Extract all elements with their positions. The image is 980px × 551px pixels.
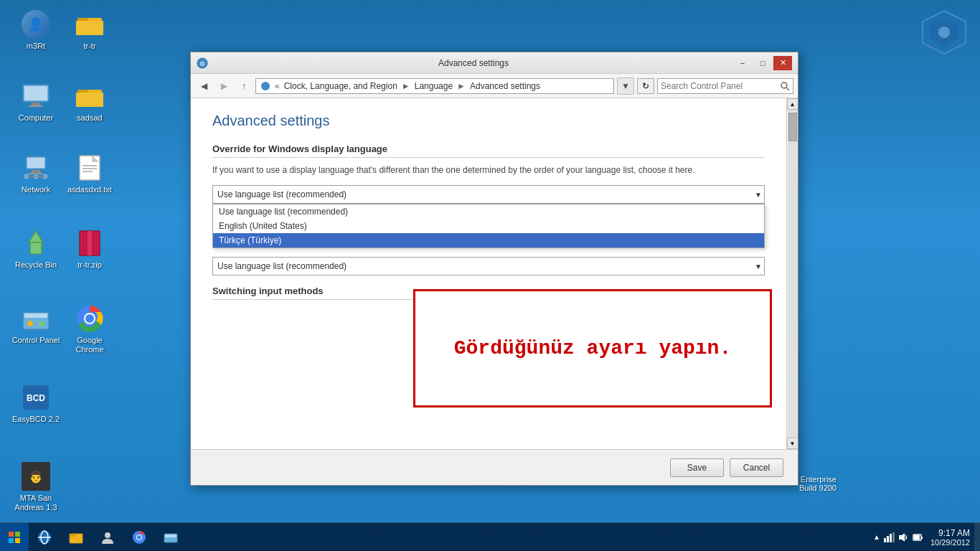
display-language-desc: If you want to use a display language th… bbox=[212, 164, 765, 176]
taskbar-tray: ▲ bbox=[870, 532, 926, 543]
svg-rect-64 bbox=[892, 532, 895, 542]
maximize-button[interactable]: □ bbox=[753, 56, 772, 70]
search-icon bbox=[780, 81, 790, 91]
icon-label-tr-tr: tr-tr bbox=[83, 42, 95, 51]
svg-marker-65 bbox=[899, 533, 905, 542]
taskbar-explorer[interactable] bbox=[60, 523, 92, 551]
desktop-icon-controlpanel[interactable]: Control Panel bbox=[7, 301, 65, 348]
advanced-settings-window: ⚙ Advanced settings − □ ✕ ◀ ▶ ↑ « Clock,… bbox=[190, 52, 798, 486]
display-language-dropdown[interactable]: Use language list (recommended) bbox=[212, 185, 765, 204]
annotation-box: Gördüğünüz ayarı yapın. bbox=[413, 289, 772, 408]
icon-label-chrome: Google Chrome bbox=[64, 336, 116, 354]
option-turkish[interactable]: Türkçe (Türkiye) bbox=[213, 233, 764, 248]
svg-rect-5 bbox=[32, 103, 40, 105]
scroll-thumb[interactable] bbox=[788, 113, 797, 141]
battery-tray-icon bbox=[912, 532, 923, 543]
dropdown-arrow-btn[interactable]: ▼ bbox=[617, 77, 634, 95]
svg-rect-26 bbox=[87, 231, 93, 255]
svg-rect-48 bbox=[9, 538, 14, 543]
icon-label-network: Network bbox=[22, 185, 50, 194]
svg-rect-49 bbox=[15, 538, 20, 543]
back-button[interactable]: ◀ bbox=[195, 77, 212, 95]
path-language[interactable]: Language bbox=[415, 81, 453, 91]
path-clock-lang-region[interactable]: Clock, Language, and Region bbox=[284, 81, 397, 91]
volume-tray-icon bbox=[897, 532, 909, 543]
svg-rect-19 bbox=[80, 156, 100, 180]
network-tray-icon bbox=[883, 532, 895, 543]
close-button[interactable]: ✕ bbox=[773, 56, 792, 70]
desktop-icon-m3rt[interactable]: 👤 m3Rt bbox=[7, 7, 65, 54]
display-language-section-title: Override for Windows display language bbox=[212, 143, 765, 158]
svg-rect-4 bbox=[24, 86, 47, 100]
svg-rect-68 bbox=[914, 535, 920, 540]
desktop-icon-sadsad[interactable]: sadsad bbox=[61, 79, 118, 126]
input-method-dropdown-container: Use language list (recommended) ▼ bbox=[212, 257, 765, 276]
taskbar-controlpanel[interactable] bbox=[155, 523, 187, 551]
svg-marker-23 bbox=[29, 231, 43, 242]
desktop-icon-network[interactable]: Network bbox=[7, 151, 65, 197]
tray-up-arrow[interactable]: ▲ bbox=[873, 533, 880, 541]
svg-point-58 bbox=[137, 535, 141, 540]
desktop-icon-tr-tr-zip[interactable]: tr-tr.zip bbox=[61, 226, 118, 273]
desktop: 👤 m3Rt tr-tr Computer sadsad bbox=[0, 0, 980, 522]
svg-text:BCD: BCD bbox=[27, 393, 45, 403]
window-controls: − □ ✕ bbox=[733, 56, 792, 70]
svg-rect-62 bbox=[887, 536, 889, 542]
desktop-icon-mta[interactable]: 👨 MTA San Andreas 1.3 bbox=[7, 459, 65, 515]
taskbar-chrome[interactable] bbox=[123, 523, 155, 551]
desktop-icon-recycle[interactable]: Recycle Bin bbox=[7, 226, 65, 273]
svg-rect-12 bbox=[32, 170, 40, 173]
option-use-list[interactable]: Use language list (recommended) bbox=[213, 204, 764, 219]
taskbar-clock[interactable]: 9:17 AM 10/29/2012 bbox=[926, 528, 974, 547]
input-method-dropdown[interactable]: Use language list (recommended) bbox=[212, 257, 765, 276]
svg-point-35 bbox=[85, 314, 94, 323]
save-button[interactable]: Save bbox=[670, 458, 724, 477]
window-title-icon: ⚙ bbox=[197, 57, 208, 69]
scroll-down-arrow[interactable]: ▼ bbox=[787, 438, 798, 449]
svg-point-40 bbox=[938, 27, 950, 38]
svg-line-45 bbox=[786, 88, 789, 90]
desktop-icon-easybcd[interactable]: BCD EasyBCD 2.2 bbox=[7, 380, 65, 427]
icon-label-asdasdxd: asdasdxd.txt bbox=[67, 185, 112, 194]
icon-label-easybcd: EasyBCD 2.2 bbox=[12, 415, 60, 424]
cancel-button[interactable]: Cancel bbox=[730, 458, 783, 477]
show-desktop-button[interactable] bbox=[974, 523, 980, 552]
icon-label-recycle: Recycle Bin bbox=[15, 260, 57, 270]
address-path: « Clock, Language, and Region ► Language… bbox=[255, 78, 614, 94]
svg-rect-60 bbox=[165, 534, 176, 537]
forward-button[interactable]: ▶ bbox=[215, 77, 232, 95]
icon-label-computer: Computer bbox=[19, 113, 53, 123]
svg-rect-24 bbox=[30, 242, 42, 254]
refresh-button[interactable]: ↻ bbox=[637, 78, 654, 94]
scroll-up-arrow[interactable]: ▲ bbox=[787, 98, 798, 110]
display-language-dropdown-container: Use language list (recommended) ▼ Use la… bbox=[212, 185, 765, 204]
desktop-icon-tr-tr[interactable]: tr-tr bbox=[61, 7, 118, 54]
svg-rect-30 bbox=[24, 314, 47, 318]
desktop-icon-asdasdxd[interactable]: asdasdxd.txt bbox=[61, 151, 118, 197]
start-button[interactable] bbox=[0, 523, 29, 552]
svg-rect-67 bbox=[921, 537, 923, 539]
taskbar-person[interactable] bbox=[92, 523, 123, 551]
desktop-icon-chrome[interactable]: Google Chrome bbox=[61, 301, 118, 357]
window-title-text: Advanced settings bbox=[214, 58, 733, 68]
svg-rect-9 bbox=[76, 93, 103, 107]
taskbar-items bbox=[29, 523, 870, 551]
taskbar-ie[interactable] bbox=[29, 523, 60, 551]
option-english[interactable]: English (United States) bbox=[213, 219, 764, 233]
icon-label-controlpanel: Control Panel bbox=[12, 336, 60, 345]
desktop-icon-computer[interactable]: Computer bbox=[7, 79, 65, 126]
corner-logo bbox=[915, 7, 973, 57]
path-advanced-settings[interactable]: Advanced settings bbox=[470, 81, 540, 91]
svg-rect-47 bbox=[15, 532, 20, 537]
svg-point-31 bbox=[27, 321, 33, 326]
icon-label-mta: MTA San Andreas 1.3 bbox=[10, 494, 62, 512]
address-bar: ◀ ▶ ↑ « Clock, Language, and Region ► La… bbox=[191, 74, 798, 98]
svg-point-44 bbox=[781, 83, 787, 88]
up-button[interactable]: ↑ bbox=[235, 77, 253, 95]
window-titlebar: ⚙ Advanced settings − □ ✕ bbox=[191, 52, 798, 74]
window-footer: Save Cancel bbox=[191, 449, 798, 485]
clock-date: 10/29/2012 bbox=[930, 538, 970, 547]
clock-time: 9:17 AM bbox=[930, 528, 970, 538]
minimize-button[interactable]: − bbox=[733, 56, 752, 70]
search-input[interactable] bbox=[661, 81, 777, 91]
